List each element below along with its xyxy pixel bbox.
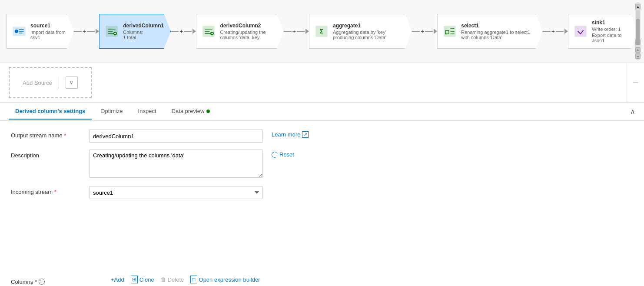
form-area: Output stream name * Learn more ↗ Descri… [0, 121, 644, 273]
node-content-derivedColumn2: derivedColumn2 Creating/updating the col… [220, 23, 278, 40]
connector-line-3 [284, 31, 292, 32]
columns-required: * [35, 279, 37, 285]
output-stream-name-input[interactable] [89, 130, 263, 143]
add-node-btn-2[interactable]: + [179, 28, 183, 35]
collapse-bar[interactable]: — [627, 63, 644, 102]
description-side-actions: Reset [272, 150, 294, 158]
svg-point-1 [15, 30, 18, 33]
add-column-button[interactable]: + Add [111, 276, 124, 283]
output-stream-row: Output stream name * Learn more ↗ [11, 130, 633, 143]
connector-1: + [74, 28, 99, 35]
collapse-panel-button[interactable]: ∧ [630, 107, 635, 116]
scroll-track[interactable] [636, 10, 640, 39]
connector-arrow-2 [193, 29, 196, 34]
columns-label-area: Columns * i [11, 279, 89, 285]
node-box-derivedColumn1[interactable]: derivedColumn1 Columns: 1 total [99, 14, 171, 49]
node-title-source1: source1 [30, 23, 68, 29]
output-stream-required: * [64, 132, 66, 139]
connector-3: + [284, 28, 309, 35]
connector-arrow-4 [434, 29, 437, 34]
tab-inspect[interactable]: Inspect [132, 103, 163, 120]
reset-button[interactable]: Reset [272, 151, 294, 158]
learn-more-button[interactable]: Learn more ↗ [272, 131, 309, 138]
connector-line-1 [74, 31, 82, 32]
node-subtitle-derivedColumn1: Columns: 1 total [123, 30, 165, 40]
incoming-stream-row: Incoming stream * source1 [11, 186, 633, 199]
connector-arrow-1 [96, 29, 99, 34]
pipeline-node-select1: select1 Renaming aggregate1 to select1 w… [437, 14, 543, 49]
pipeline-node-source1: source1 Import data from csv1 [7, 14, 74, 49]
columns-section: Columns * i + Add ⊞ Clone 🗑 Delete [0, 273, 644, 286]
connector-5: + [543, 28, 568, 35]
scroll-up-btn[interactable]: ▲ [635, 4, 641, 9]
derived-icon-1 [105, 24, 119, 38]
node-content-aggregate1: aggregate1 Aggregating data by 'key' pro… [333, 23, 406, 40]
pipeline-scrollbar[interactable]: ▲ ▼ + − [635, 2, 641, 60]
tab-optimize[interactable]: Optimize [94, 103, 129, 120]
add-node-btn-4[interactable]: + [421, 28, 424, 35]
node-box-derivedColumn2[interactable]: derivedColumn2 Creating/updating the col… [196, 14, 283, 49]
connector-line-4b [425, 31, 433, 32]
reset-icon [270, 150, 279, 159]
select-icon [443, 24, 457, 38]
connector-line-4 [412, 31, 420, 32]
columns-info-icon[interactable]: i [39, 279, 45, 285]
svg-rect-9 [575, 26, 586, 37]
svg-text:Σ: Σ [320, 28, 323, 35]
external-link-icon: ↗ [302, 131, 309, 138]
node-box-sink1[interactable]: sink1 Write order: 1 Export data to Json… [568, 14, 637, 49]
node-subtitle-aggregate1: Aggregating data by 'key' producing colu… [333, 30, 406, 40]
output-stream-label: Output stream name * [11, 130, 89, 139]
zoom-in-btn[interactable]: + [635, 47, 641, 53]
add-source-button[interactable]: Add Source ∨ [9, 67, 92, 98]
connector-line-5b [556, 31, 564, 32]
tab-settings[interactable]: Derived column's settings [9, 103, 92, 120]
node-subtitle-sink1: Write order: 1 [592, 27, 632, 32]
connector-line-1b [87, 31, 95, 32]
node-subtitle2-sink1: Export data to Json1 [592, 33, 632, 43]
connector-line-5 [543, 31, 551, 32]
description-textarea[interactable]: Creating/updating the columns 'data' [89, 150, 263, 178]
pipeline-node-derivedColumn1: derivedColumn1 Columns: 1 total [99, 14, 171, 49]
delete-column-button[interactable]: 🗑 Delete [161, 276, 184, 283]
add-icon: + [111, 276, 114, 283]
delete-icon: 🗑 [161, 276, 166, 283]
clone-column-button[interactable]: ⊞ Clone [131, 276, 154, 283]
tab-data-preview[interactable]: Data preview [165, 103, 217, 120]
pipeline-node-aggregate1: Σ aggregate1 Aggregating data by 'key' p… [309, 14, 412, 49]
aggregate-icon: Σ [315, 24, 329, 38]
add-node-btn-3[interactable]: + [292, 28, 296, 35]
connector-2: + [171, 28, 196, 35]
collapse-icon: — [633, 80, 638, 86]
incoming-stream-control: source1 [89, 186, 263, 199]
description-row: Description Creating/updating the column… [11, 150, 633, 179]
node-content-sink1: sink1 Write order: 1 Export data to Json… [592, 20, 632, 43]
source-icon [12, 24, 26, 38]
pipeline-node-derivedColumn2: derivedColumn2 Creating/updating the col… [196, 14, 283, 49]
node-title-aggregate1: aggregate1 [333, 23, 406, 29]
connector-line-3b [297, 31, 305, 32]
expression-builder-icon: □ [190, 276, 197, 283]
add-source-chevron[interactable]: ∨ [66, 76, 78, 89]
output-stream-control [89, 130, 263, 143]
incoming-stream-select[interactable]: source1 [89, 186, 263, 199]
add-node-btn-5[interactable]: + [551, 28, 555, 35]
description-label: Description [11, 150, 89, 159]
open-expression-builder-button[interactable]: □ Open expression builder [190, 276, 260, 283]
node-title-select1: select1 [461, 23, 537, 29]
node-box-aggregate1[interactable]: Σ aggregate1 Aggregating data by 'key' p… [309, 14, 412, 49]
node-box-source1[interactable]: source1 Import data from csv1 [7, 14, 74, 49]
add-node-btn-1[interactable]: + [83, 28, 86, 35]
node-subtitle-source1: Import data from csv1 [30, 30, 68, 40]
node-content-source1: source1 Import data from csv1 [30, 23, 68, 40]
node-title-derivedColumn2: derivedColumn2 [220, 23, 278, 29]
node-subtitle-select1: Renaming aggregate1 to select1 with colu… [461, 30, 537, 40]
add-source-divider [59, 76, 59, 89]
incoming-stream-label: Incoming stream * [11, 186, 89, 195]
node-box-select1[interactable]: select1 Renaming aggregate1 to select1 w… [437, 14, 543, 49]
data-preview-dot [206, 110, 210, 113]
zoom-out-btn[interactable]: − [635, 53, 641, 59]
form-side-actions: Learn more ↗ [272, 130, 309, 138]
scroll-thumb [636, 19, 640, 45]
incoming-stream-required: * [54, 189, 56, 195]
